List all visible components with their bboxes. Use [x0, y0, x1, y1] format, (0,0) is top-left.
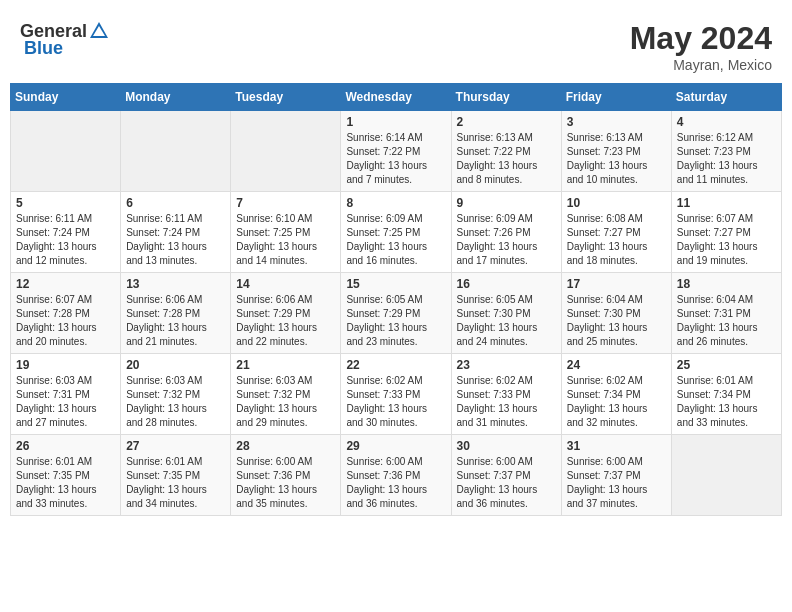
cell-info: Daylight: 13 hours and 37 minutes. — [567, 483, 666, 511]
title-block: May 2024 Mayran, Mexico — [630, 20, 772, 73]
cell-info: Sunrise: 6:13 AM — [567, 131, 666, 145]
calendar-cell: 4Sunrise: 6:12 AMSunset: 7:23 PMDaylight… — [671, 111, 781, 192]
cell-info: Daylight: 13 hours and 30 minutes. — [346, 402, 445, 430]
calendar-cell: 30Sunrise: 6:00 AMSunset: 7:37 PMDayligh… — [451, 435, 561, 516]
cell-info: Sunrise: 6:13 AM — [457, 131, 556, 145]
column-header-sunday: Sunday — [11, 84, 121, 111]
calendar-cell — [11, 111, 121, 192]
day-number: 16 — [457, 277, 556, 291]
calendar-cell: 18Sunrise: 6:04 AMSunset: 7:31 PMDayligh… — [671, 273, 781, 354]
cell-info: Sunrise: 6:00 AM — [346, 455, 445, 469]
cell-info: Sunset: 7:33 PM — [346, 388, 445, 402]
calendar-cell: 3Sunrise: 6:13 AMSunset: 7:23 PMDaylight… — [561, 111, 671, 192]
cell-info: Daylight: 13 hours and 25 minutes. — [567, 321, 666, 349]
cell-info: Sunset: 7:31 PM — [16, 388, 115, 402]
day-number: 7 — [236, 196, 335, 210]
cell-info: Daylight: 13 hours and 22 minutes. — [236, 321, 335, 349]
calendar-week-4: 19Sunrise: 6:03 AMSunset: 7:31 PMDayligh… — [11, 354, 782, 435]
day-number: 12 — [16, 277, 115, 291]
cell-info: Sunset: 7:29 PM — [346, 307, 445, 321]
calendar-cell: 15Sunrise: 6:05 AMSunset: 7:29 PMDayligh… — [341, 273, 451, 354]
cell-info: Sunset: 7:25 PM — [346, 226, 445, 240]
cell-info: Daylight: 13 hours and 27 minutes. — [16, 402, 115, 430]
calendar-cell: 5Sunrise: 6:11 AMSunset: 7:24 PMDaylight… — [11, 192, 121, 273]
cell-info: Sunset: 7:24 PM — [16, 226, 115, 240]
column-header-wednesday: Wednesday — [341, 84, 451, 111]
day-number: 27 — [126, 439, 225, 453]
cell-info: Daylight: 13 hours and 19 minutes. — [677, 240, 776, 268]
day-number: 2 — [457, 115, 556, 129]
day-number: 6 — [126, 196, 225, 210]
day-number: 9 — [457, 196, 556, 210]
cell-info: Sunrise: 6:10 AM — [236, 212, 335, 226]
logo: General Blue — [20, 20, 111, 59]
cell-info: Daylight: 13 hours and 28 minutes. — [126, 402, 225, 430]
cell-info: Sunrise: 6:03 AM — [126, 374, 225, 388]
cell-info: Sunset: 7:22 PM — [346, 145, 445, 159]
calendar-cell: 31Sunrise: 6:00 AMSunset: 7:37 PMDayligh… — [561, 435, 671, 516]
cell-info: Sunrise: 6:01 AM — [677, 374, 776, 388]
cell-info: Sunrise: 6:01 AM — [126, 455, 225, 469]
cell-info: Daylight: 13 hours and 7 minutes. — [346, 159, 445, 187]
cell-info: Daylight: 13 hours and 10 minutes. — [567, 159, 666, 187]
day-number: 29 — [346, 439, 445, 453]
cell-info: Sunrise: 6:02 AM — [567, 374, 666, 388]
cell-info: Sunrise: 6:11 AM — [126, 212, 225, 226]
calendar-cell: 6Sunrise: 6:11 AMSunset: 7:24 PMDaylight… — [121, 192, 231, 273]
cell-info: Daylight: 13 hours and 8 minutes. — [457, 159, 556, 187]
cell-info: Sunset: 7:27 PM — [677, 226, 776, 240]
cell-info: Sunset: 7:28 PM — [126, 307, 225, 321]
cell-info: Daylight: 13 hours and 12 minutes. — [16, 240, 115, 268]
calendar-cell: 7Sunrise: 6:10 AMSunset: 7:25 PMDaylight… — [231, 192, 341, 273]
cell-info: Sunrise: 6:03 AM — [236, 374, 335, 388]
day-number: 25 — [677, 358, 776, 372]
cell-info: Sunset: 7:23 PM — [677, 145, 776, 159]
cell-info: Daylight: 13 hours and 32 minutes. — [567, 402, 666, 430]
cell-info: Sunrise: 6:00 AM — [567, 455, 666, 469]
cell-info: Sunrise: 6:14 AM — [346, 131, 445, 145]
calendar-cell: 22Sunrise: 6:02 AMSunset: 7:33 PMDayligh… — [341, 354, 451, 435]
column-header-friday: Friday — [561, 84, 671, 111]
day-number: 23 — [457, 358, 556, 372]
cell-info: Sunset: 7:34 PM — [567, 388, 666, 402]
cell-info: Sunrise: 6:04 AM — [677, 293, 776, 307]
cell-info: Daylight: 13 hours and 36 minutes. — [346, 483, 445, 511]
location-subtitle: Mayran, Mexico — [630, 57, 772, 73]
cell-info: Daylight: 13 hours and 26 minutes. — [677, 321, 776, 349]
day-number: 1 — [346, 115, 445, 129]
cell-info: Daylight: 13 hours and 36 minutes. — [457, 483, 556, 511]
calendar-week-3: 12Sunrise: 6:07 AMSunset: 7:28 PMDayligh… — [11, 273, 782, 354]
cell-info: Sunset: 7:24 PM — [126, 226, 225, 240]
cell-info: Sunrise: 6:05 AM — [457, 293, 556, 307]
cell-info: Sunrise: 6:02 AM — [457, 374, 556, 388]
cell-info: Sunset: 7:29 PM — [236, 307, 335, 321]
cell-info: Daylight: 13 hours and 34 minutes. — [126, 483, 225, 511]
day-number: 11 — [677, 196, 776, 210]
column-header-tuesday: Tuesday — [231, 84, 341, 111]
cell-info: Daylight: 13 hours and 33 minutes. — [16, 483, 115, 511]
cell-info: Sunrise: 6:08 AM — [567, 212, 666, 226]
cell-info: Daylight: 13 hours and 23 minutes. — [346, 321, 445, 349]
cell-info: Sunset: 7:28 PM — [16, 307, 115, 321]
day-number: 10 — [567, 196, 666, 210]
column-header-monday: Monday — [121, 84, 231, 111]
calendar-cell: 13Sunrise: 6:06 AMSunset: 7:28 PMDayligh… — [121, 273, 231, 354]
calendar-cell: 21Sunrise: 6:03 AMSunset: 7:32 PMDayligh… — [231, 354, 341, 435]
calendar-cell: 19Sunrise: 6:03 AMSunset: 7:31 PMDayligh… — [11, 354, 121, 435]
column-header-saturday: Saturday — [671, 84, 781, 111]
cell-info: Sunset: 7:33 PM — [457, 388, 556, 402]
calendar-cell: 9Sunrise: 6:09 AMSunset: 7:26 PMDaylight… — [451, 192, 561, 273]
calendar-header-row: SundayMondayTuesdayWednesdayThursdayFrid… — [11, 84, 782, 111]
calendar-cell: 11Sunrise: 6:07 AMSunset: 7:27 PMDayligh… — [671, 192, 781, 273]
day-number: 4 — [677, 115, 776, 129]
day-number: 15 — [346, 277, 445, 291]
day-number: 18 — [677, 277, 776, 291]
cell-info: Daylight: 13 hours and 16 minutes. — [346, 240, 445, 268]
calendar-cell: 28Sunrise: 6:00 AMSunset: 7:36 PMDayligh… — [231, 435, 341, 516]
cell-info: Daylight: 13 hours and 18 minutes. — [567, 240, 666, 268]
calendar-week-5: 26Sunrise: 6:01 AMSunset: 7:35 PMDayligh… — [11, 435, 782, 516]
cell-info: Sunrise: 6:12 AM — [677, 131, 776, 145]
cell-info: Daylight: 13 hours and 11 minutes. — [677, 159, 776, 187]
logo-icon — [88, 20, 110, 42]
cell-info: Sunset: 7:36 PM — [236, 469, 335, 483]
